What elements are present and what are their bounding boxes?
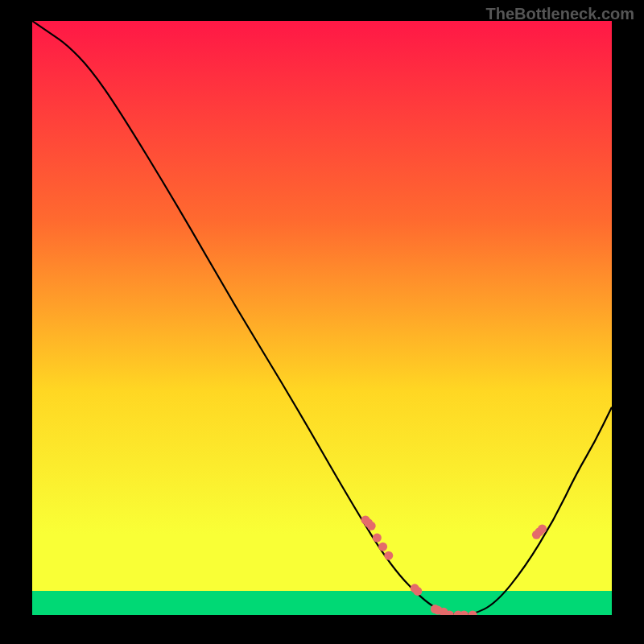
scatter-point <box>373 534 382 543</box>
scatter-point <box>378 543 387 551</box>
chart-background <box>32 21 612 591</box>
chart-bottom-band <box>32 591 612 615</box>
scatter-point <box>367 522 376 530</box>
chart-svg <box>32 21 612 615</box>
scatter-point <box>384 551 393 560</box>
scatter-point <box>538 524 547 533</box>
chart-container <box>32 21 612 615</box>
scatter-point <box>413 587 422 596</box>
